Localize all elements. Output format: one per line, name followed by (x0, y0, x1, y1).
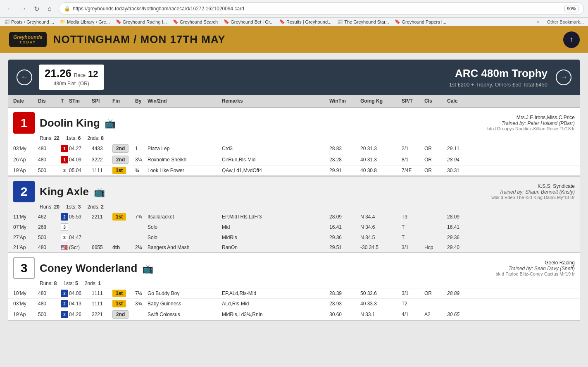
col-dis: Dis (38, 97, 61, 105)
race-number: 12 (88, 69, 98, 79)
table-row: 19'Ap 500 3 05.04 1111 1st ¾ Look Like P… (8, 165, 580, 175)
trap-badge-2: 2 (13, 181, 35, 202)
col-date: Date (13, 97, 38, 105)
forward-button[interactable]: → (17, 3, 29, 14)
browser-bar: ← → ↻ ⌂ 🔒 https://greyhounds.today/track… (0, 0, 588, 18)
table-row: 11'My 462 2 05.53 2211 1st 7¾ Itsallarac… (8, 211, 580, 222)
dog-name-2: King Axle 📺 (40, 185, 105, 198)
col-win2nd: Win/2nd (148, 97, 222, 105)
race-dist: 480m Flat (OR) (45, 81, 98, 86)
tv-icon-2: 📺 (94, 187, 105, 197)
tv-icon-3: 📺 (142, 264, 153, 274)
nav-buttons: ← → ↻ ⌂ (4, 3, 55, 14)
refresh-button[interactable]: ↻ (31, 3, 42, 14)
race-name: ARC 480m Trophy (111, 67, 548, 80)
table-row: 26'Ap 480 1 04.09 3222 2nd 3¼ Roxholme S… (8, 154, 580, 165)
url-text: https://greyhounds.today/tracks/Nottingh… (73, 6, 562, 12)
col-remarks: Remarks (222, 97, 329, 105)
tv-icon-1: 📺 (105, 118, 116, 129)
col-t: T (61, 97, 69, 105)
bm-bet[interactable]: 🔖Greyhound Bet | Gr... (224, 19, 274, 24)
table-row: 07'My 268 3 Solo Mid 16.41 N 34.6 T 16.4… (8, 222, 580, 232)
security-icon: 🔒 (64, 6, 70, 12)
dog-header-3: 3 Coney Wonderland 📺 Geelo Racing Traine… (8, 253, 580, 280)
bm-posts[interactable]: 📰Posts ‹ Greyhound ... (4, 19, 54, 24)
dog-info-right-2: K.S.S. Syndicate Trained by: Shaun Benne… (110, 183, 575, 200)
col-spl: SPl (92, 97, 112, 105)
col-spt: SP/T (402, 97, 424, 105)
race-name-area: ARC 480m Trophy 1st £200 + Trophy, Other… (111, 67, 548, 88)
table-row: 10'My 480 2 04.06 1111 1st 7¼ Go Buddy B… (8, 288, 580, 298)
col-cls: Cls (424, 97, 447, 105)
dog-stats-1: Runs: 22 1sts: 6 2nds: 8 (8, 134, 580, 143)
dog-stats-2: Runs: 20 1sts: 3 2nds: 2 (8, 203, 580, 211)
col-stm: STm (69, 97, 92, 105)
dog-stats-3: Runs: 8 1sts: 5 2nds: 1 (8, 280, 580, 288)
logo-line2: TODAY (13, 40, 43, 45)
dog-header-2: 2 King Axle 📺 K.S.S. Syndicate Trained b… (8, 177, 580, 203)
home-button[interactable]: ⌂ (44, 3, 55, 14)
dog-name-3: Coney Wonderland 📺 (40, 262, 153, 275)
logo-line1: Greyhounds (13, 34, 43, 40)
col-by: By (135, 97, 148, 105)
bm-search[interactable]: 🔖Greyhound Search (173, 19, 218, 24)
bm-racing[interactable]: 🔖Greyhound Racing I... (116, 19, 167, 24)
zoom-badge: 90% (564, 5, 578, 12)
trap-badge-1: 1 (13, 112, 35, 134)
url-bar[interactable]: 🔒 https://greyhounds.today/tracks/Nottin… (59, 2, 584, 15)
logo-badge: Greyhounds TODAY (8, 31, 48, 48)
other-bookmarks[interactable]: Other Bookmark... (547, 19, 584, 24)
page-content: ← 21.26 Race 12 480m Flat (OR) ARC 480m … (0, 53, 588, 328)
race-time-box: 21.26 Race 12 480m Flat (OR) (39, 65, 104, 90)
race-prize: 1st £200 + Trophy, Others £50 Total £450 (111, 82, 548, 88)
dog-section-3: 3 Coney Wonderland 📺 Geelo Racing Traine… (8, 253, 580, 321)
col-wintm: WinTm (329, 97, 360, 105)
race-label: Race (74, 72, 86, 78)
column-headers: Date Dis T STm SPl Fin By Win/2nd Remark… (8, 95, 580, 108)
page-title: Nottingham / Mon 17th May (53, 33, 226, 46)
table-row: 03'My 480 2 04.13 1111 1st 3¾ Baby Guinn… (8, 298, 580, 309)
logo-area: Greyhounds TODAY Nottingham / Mon 17th M… (8, 31, 226, 48)
dog-info-right-3: Geelo Racing Trained by: Sean Davy (Shef… (158, 260, 575, 276)
up-arrow-icon: ↑ (570, 35, 574, 44)
dog-section-2: 2 King Axle 📺 K.S.S. Syndicate Trained b… (8, 177, 580, 253)
bm-papers[interactable]: 🔖Greyhound Papers I... (395, 19, 446, 24)
bookmarks-more[interactable]: » (537, 19, 540, 24)
up-arrow-button[interactable]: ↑ (563, 31, 580, 48)
dog-header-1: 1 Doolin King 📺 Mrs.J.E.Irons,Miss.C.Pri… (8, 108, 580, 134)
trap-badge-3: 3 (13, 257, 35, 279)
bm-star[interactable]: 📰The Greyhound Star... (337, 19, 389, 24)
race-time: 21.26 (45, 68, 71, 79)
back-button[interactable]: ← (4, 3, 16, 14)
table-row: 19'Ap 500 2 04.26 3221 2nd Swift Colossu… (8, 309, 580, 320)
table-row: 27'Ap 500 3 04.47 Solo MidRls 29.36 N 34… (8, 232, 580, 242)
table-row: 21'Ap 480 🇺🇸 (Scr) 6655 4th 2¼ Bangers A… (8, 242, 580, 252)
col-goingkg: Going Kg (360, 97, 402, 105)
dog-info-right-1: Mrs.J.E.Irons,Miss.C.Price Trained by: P… (121, 115, 575, 131)
bm-results[interactable]: 🔖Results | Greyhound... (279, 19, 331, 24)
site-header: Greyhounds TODAY Nottingham / Mon 17th M… (0, 26, 588, 53)
dog-section-1: 1 Doolin King 📺 Mrs.J.E.Irons,Miss.C.Pri… (8, 108, 580, 177)
dog-name-1: Doolin King 📺 (40, 117, 116, 130)
col-calc: Calc (447, 97, 476, 105)
next-race-button[interactable]: → (556, 70, 571, 85)
prev-race-button[interactable]: ← (17, 70, 32, 85)
race-header: ← 21.26 Race 12 480m Flat (OR) ARC 480m … (8, 60, 580, 95)
bookmarks-bar: 📰Posts ‹ Greyhound ... 📁Media Library ‹ … (0, 18, 588, 26)
table-row: 03'My 480 1 04.27 4433 2nd 1 Plaza Lep C… (8, 143, 580, 154)
bm-media[interactable]: 📁Media Library ‹ Gre... (60, 19, 110, 24)
col-fin: Fin (112, 97, 135, 105)
